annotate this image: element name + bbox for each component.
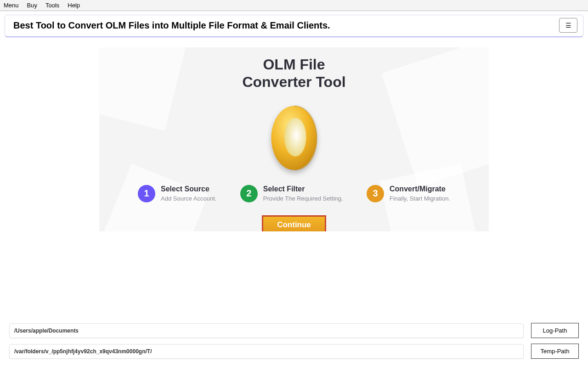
- step-title: Select Filter: [263, 185, 343, 193]
- step-badge-icon: 1: [138, 185, 155, 202]
- menu-item[interactable]: Buy: [27, 2, 37, 9]
- step-1: 1 Select Source Add Source Account.: [138, 185, 216, 202]
- svg-point-1: [284, 118, 306, 156]
- step-subtitle: Provide The Required Setting.: [263, 195, 343, 202]
- temp-path-button[interactable]: Temp-Path: [531, 344, 579, 359]
- hamburger-icon: ☰: [565, 22, 571, 29]
- step-subtitle: Add Source Account.: [161, 195, 216, 202]
- step-subtitle: Finally, Start Migration.: [390, 195, 450, 202]
- hero-panel: OLM File Converter Tool: [99, 47, 489, 231]
- temp-path-field[interactable]: /var/folders/v_/pp5njhfj4yv92ch_x9qv43nm…: [9, 344, 524, 359]
- continue-button[interactable]: Continue: [262, 215, 326, 231]
- step-title: Select Source: [161, 185, 216, 193]
- olm-logo-icon: [269, 103, 319, 172]
- step-2: 2 Select Filter Provide The Required Set…: [240, 185, 343, 202]
- page-title: Best Tool to Convert OLM Files into Mult…: [13, 20, 330, 31]
- step-badge-icon: 3: [367, 185, 384, 202]
- hamburger-button[interactable]: ☰: [559, 18, 577, 33]
- step-title: Convert/Migrate: [390, 185, 450, 193]
- menu-item[interactable]: Menu: [4, 2, 19, 9]
- menu-item[interactable]: Tools: [45, 2, 59, 9]
- steps-row: 1 Select Source Add Source Account. 2 Se…: [99, 185, 489, 202]
- log-path-field[interactable]: /Users/apple/Documents: [9, 323, 524, 338]
- title-bar: Best Tool to Convert OLM Files into Mult…: [5, 15, 583, 37]
- system-menu: Menu Buy Tools Help: [0, 0, 588, 11]
- step-3: 3 Convert/Migrate Finally, Start Migrati…: [367, 185, 450, 202]
- step-badge-icon: 2: [240, 185, 258, 202]
- menu-item[interactable]: Help: [68, 2, 80, 9]
- hero-title: OLM File Converter Tool: [99, 56, 489, 91]
- footer-paths: /Users/apple/Documents Log-Path /var/fol…: [9, 323, 579, 359]
- log-path-button[interactable]: Log-Path: [531, 323, 579, 338]
